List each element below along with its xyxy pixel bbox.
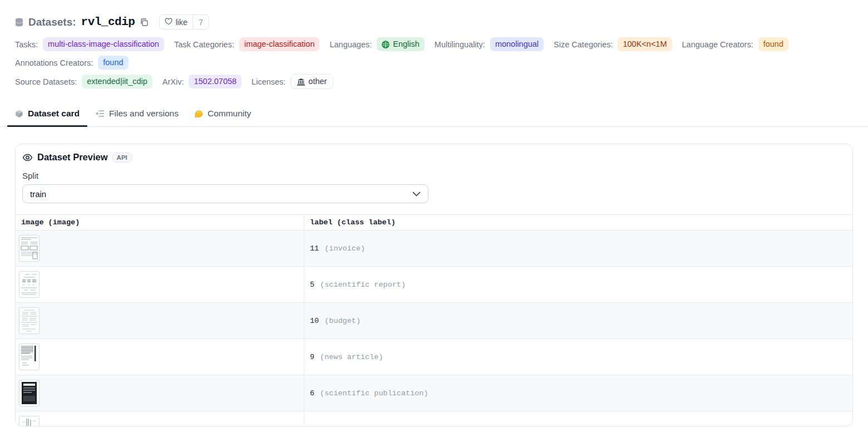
datasets-breadcrumb-label[interactable]: Datasets: <box>28 16 76 28</box>
label-class-name: (scientific publication) <box>320 389 428 397</box>
table-header-row: image (image) label (class label) <box>16 214 852 230</box>
document-thumbnail[interactable] <box>19 380 40 406</box>
tag-group-task-categories: Task Categories: image-classification <box>174 37 320 51</box>
tab-label: Community <box>208 109 251 119</box>
label-cell: 5 (scientific report) <box>304 267 852 302</box>
tag-row-1: Tasks: multi-class-image-classification … <box>15 37 853 70</box>
tag-pill-arxiv[interactable]: 1502.07058 <box>189 75 241 89</box>
page-header: Datasets: rvl_cdip like 7 Tasks: multi-c… <box>0 0 868 89</box>
split-label: Split <box>22 171 846 180</box>
community-icon <box>194 110 203 118</box>
label-class-name: (scientific report) <box>320 281 406 289</box>
tag-pill-source-datasets[interactable]: extended|iit_cdip <box>82 75 152 89</box>
table-row: 5 (scientific report) <box>16 266 852 302</box>
tag-pill-annotations-creators[interactable]: found <box>98 56 128 70</box>
label-value: 5 <box>310 281 314 289</box>
label-value: 9 <box>310 353 314 361</box>
tab-dataset-card[interactable]: Dataset card <box>7 102 87 126</box>
image-cell <box>16 411 304 426</box>
tag-group-languages: Languages: English <box>329 37 424 51</box>
tag-label: Multilinguality: <box>435 40 485 49</box>
label-class-name: (news article) <box>320 353 383 361</box>
main-content: Dataset Preview API Split train image (i… <box>0 144 868 426</box>
image-cell <box>16 230 304 266</box>
label-cell: 9 (news article) <box>304 339 852 375</box>
image-cell <box>16 339 304 375</box>
image-cell <box>16 303 304 338</box>
document-thumbnail[interactable] <box>19 271 40 298</box>
chevron-down-icon <box>412 192 421 197</box>
tag-pill-licenses[interactable]: other <box>290 74 333 89</box>
eye-icon <box>22 154 33 161</box>
tag-label: Licenses: <box>251 77 285 86</box>
tag-group-tasks: Tasks: multi-class-image-classification <box>15 37 164 51</box>
label-value: 6 <box>310 389 314 397</box>
tag-row-2: Source Datasets: extended|iit_cdip ArXiv… <box>15 74 853 89</box>
preview-header: Dataset Preview API <box>22 152 846 163</box>
tag-label: Tasks: <box>15 40 38 49</box>
heart-icon <box>165 18 172 27</box>
label-value: 11 <box>310 244 319 253</box>
table-row: 9 (news article) <box>16 338 852 375</box>
like-count[interactable]: 7 <box>193 15 209 29</box>
tag-pill-label: other <box>308 76 327 87</box>
tag-label: Language Creators: <box>682 40 753 49</box>
tag-pill-multilinguality[interactable]: monolingual <box>490 37 544 51</box>
tag-pill-language-creators[interactable]: found <box>758 37 788 51</box>
table-row: 11 (invoice) <box>16 230 852 266</box>
split-selected-value: train <box>30 189 46 199</box>
tab-files-and-versions[interactable]: Files and versions <box>87 102 186 126</box>
tab-label: Dataset card <box>28 109 80 119</box>
tag-pill-languages[interactable]: English <box>377 37 425 51</box>
table-row: 6 (scientific publication) <box>16 375 852 411</box>
label-cell: 11 (invoice) <box>304 230 852 266</box>
document-thumbnail[interactable] <box>19 416 40 426</box>
dataset-title: rvl_cdip <box>81 16 135 28</box>
tag-pill-task-categories[interactable]: image-classification <box>239 37 320 51</box>
tab-label: Files and versions <box>109 109 179 119</box>
preview-title: Dataset Preview <box>37 152 108 163</box>
tag-pill-size-categories[interactable]: 100K<n<1M <box>618 37 672 51</box>
tag-pill-label: English <box>393 39 420 50</box>
tag-label: Languages: <box>329 40 372 49</box>
document-thumbnail[interactable] <box>19 307 40 334</box>
like-button-main[interactable]: like <box>160 15 193 29</box>
files-versions-icon <box>95 110 105 117</box>
document-thumbnail[interactable] <box>19 343 40 370</box>
tag-label: ArXiv: <box>162 77 184 86</box>
tag-group-size-categories: Size Categories: 100K<n<1M <box>554 37 672 51</box>
document-thumbnail[interactable] <box>19 235 40 262</box>
tag-pill-tasks[interactable]: multi-class-image-classification <box>43 37 164 51</box>
database-icon <box>15 18 23 27</box>
tag-group-multilinguality: Multilinguality: monolingual <box>435 37 544 51</box>
image-cell <box>16 375 304 411</box>
globe-icon <box>382 41 389 48</box>
title-row: Datasets: rvl_cdip like 7 <box>15 14 853 30</box>
split-select[interactable]: train <box>22 184 428 203</box>
column-header-image: image (image) <box>16 215 304 230</box>
tag-group-language-creators: Language Creators: found <box>682 37 788 51</box>
api-button[interactable]: API <box>112 153 132 163</box>
tab-community[interactable]: Community <box>186 102 259 126</box>
label-class-name: (budget) <box>324 317 361 325</box>
label-cell: 6 (scientific publication) <box>304 375 852 411</box>
label-class-name: (invoice) <box>324 244 365 253</box>
tag-group-licenses: Licenses: other <box>251 74 333 89</box>
label-cell: 10 (budget) <box>304 303 852 338</box>
tag-label: Source Datasets: <box>15 77 77 86</box>
bank-icon <box>297 78 305 86</box>
image-cell <box>16 267 304 302</box>
preview-table: image (image) label (class label) 11 (in… <box>16 214 852 426</box>
tag-group-annotations-creators: Annotations Creators: found <box>15 56 129 70</box>
tag-group-source-datasets: Source Datasets: extended|iit_cdip <box>15 75 152 89</box>
table-row: 10 (budget) <box>16 302 852 338</box>
table-row <box>16 411 852 426</box>
tag-label: Size Categories: <box>554 40 613 49</box>
tag-label: Task Categories: <box>174 40 234 49</box>
dataset-preview-card: Dataset Preview API Split train image (i… <box>15 144 853 426</box>
copy-icon[interactable] <box>140 18 149 27</box>
like-label: like <box>175 18 188 27</box>
like-button[interactable]: like 7 <box>159 14 209 30</box>
column-header-label: label (class label) <box>304 215 852 230</box>
dataset-card-icon <box>15 110 23 118</box>
